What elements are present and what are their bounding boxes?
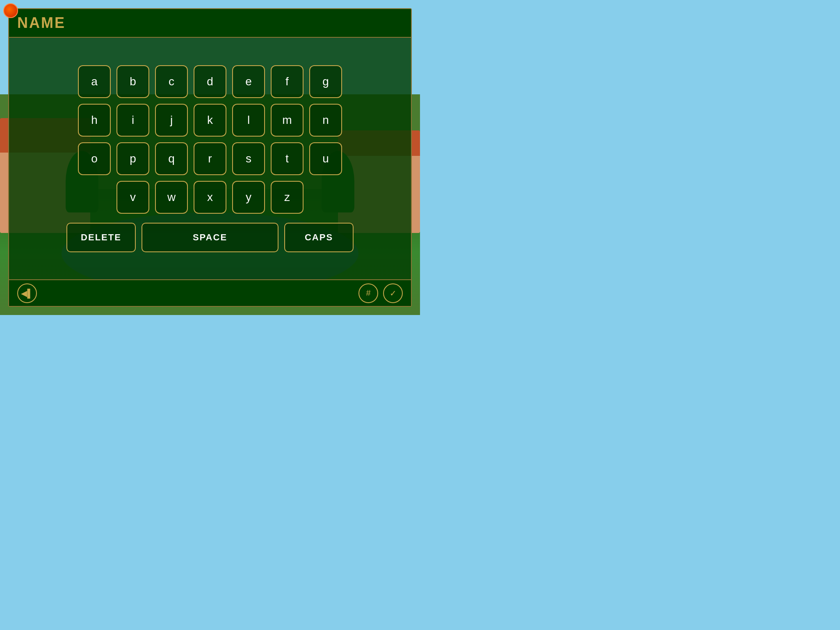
- key-row-3: o p q r s t u: [78, 142, 342, 175]
- keyboard-area: a b c d e f g h i j k l m n o p q r s t …: [9, 38, 411, 279]
- key-u[interactable]: u: [309, 142, 342, 175]
- confirm-button[interactable]: ✓: [383, 283, 403, 303]
- key-w[interactable]: w: [155, 181, 188, 214]
- key-p[interactable]: p: [116, 142, 149, 175]
- key-y[interactable]: y: [232, 181, 265, 214]
- key-f[interactable]: f: [271, 65, 304, 98]
- app-logo: [3, 3, 18, 18]
- key-z[interactable]: z: [271, 181, 304, 214]
- footer-left: ◀▌: [17, 283, 37, 303]
- key-g[interactable]: g: [309, 65, 342, 98]
- header: NAME: [9, 9, 411, 38]
- main-panel: NAME a b c d e f g h i j k l m n o p q: [8, 8, 412, 307]
- key-l[interactable]: l: [232, 104, 265, 137]
- hash-button[interactable]: #: [358, 283, 378, 303]
- key-d[interactable]: d: [194, 65, 226, 98]
- action-row: DELETE SPACE CAPS: [66, 223, 354, 252]
- key-r[interactable]: r: [194, 142, 226, 175]
- back-icon: ◀▌: [21, 288, 33, 298]
- key-m[interactable]: m: [271, 104, 304, 137]
- key-k[interactable]: k: [194, 104, 226, 137]
- key-h[interactable]: h: [78, 104, 111, 137]
- page-title: NAME: [17, 14, 66, 32]
- key-e[interactable]: e: [232, 65, 265, 98]
- key-n[interactable]: n: [309, 104, 342, 137]
- delete-button[interactable]: DELETE: [66, 223, 136, 252]
- key-b[interactable]: b: [116, 65, 149, 98]
- key-q[interactable]: q: [155, 142, 188, 175]
- key-a[interactable]: a: [78, 65, 111, 98]
- key-v[interactable]: v: [116, 181, 149, 214]
- footer: ◀▌ # ✓: [9, 279, 411, 306]
- key-j[interactable]: j: [155, 104, 188, 137]
- back-button[interactable]: ◀▌: [17, 283, 37, 303]
- footer-right: # ✓: [358, 283, 403, 303]
- key-x[interactable]: x: [194, 181, 226, 214]
- key-row-2: h i j k l m n: [78, 104, 342, 137]
- key-s[interactable]: s: [232, 142, 265, 175]
- key-t[interactable]: t: [271, 142, 304, 175]
- key-row-1: a b c d e f g: [78, 65, 342, 98]
- key-row-4: v w x y z: [116, 181, 304, 214]
- space-button[interactable]: SPACE: [142, 223, 278, 252]
- key-c[interactable]: c: [155, 65, 188, 98]
- check-icon: ✓: [390, 288, 397, 298]
- key-i[interactable]: i: [116, 104, 149, 137]
- hash-icon: #: [366, 288, 370, 298]
- caps-button[interactable]: CAPS: [284, 223, 354, 252]
- key-o[interactable]: o: [78, 142, 111, 175]
